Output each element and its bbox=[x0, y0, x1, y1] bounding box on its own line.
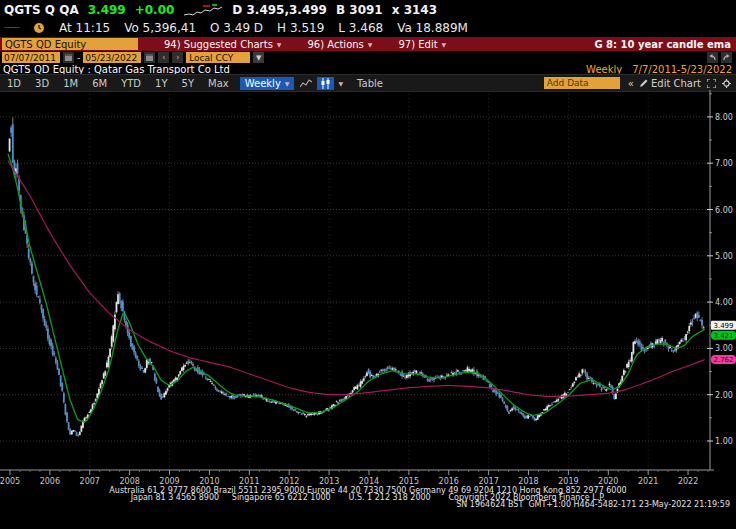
svg-text:2017: 2017 bbox=[478, 477, 498, 486]
open-price: O 3.49 D bbox=[210, 21, 263, 35]
bid-ask-quote: D 3.495,3.499 bbox=[232, 3, 327, 17]
expand-icon[interactable] bbox=[707, 79, 716, 88]
svg-text:2020: 2020 bbox=[598, 477, 618, 486]
undo-icon[interactable] bbox=[707, 52, 718, 63]
svg-text:2007: 2007 bbox=[80, 477, 100, 486]
calendar-icon[interactable] bbox=[144, 52, 155, 63]
pencil-icon bbox=[640, 79, 648, 87]
range-tab-5y[interactable]: 5Y bbox=[175, 78, 201, 89]
svg-text:3.499: 3.499 bbox=[713, 322, 733, 330]
ask-size: x 3143 bbox=[392, 3, 437, 17]
chart-template-name: G 8: 10 year candle ema bbox=[594, 39, 736, 50]
high-price: H 3.519 bbox=[277, 21, 324, 35]
svg-text:2009: 2009 bbox=[159, 477, 179, 486]
svg-text:2018: 2018 bbox=[518, 477, 538, 486]
delayed-clock-icon bbox=[33, 22, 45, 34]
svg-text:2010: 2010 bbox=[199, 477, 219, 486]
footer-session-info: SN 1964624 BST GMT+1:00 H464-5482-171 23… bbox=[0, 501, 736, 508]
svg-text:2012: 2012 bbox=[279, 477, 299, 486]
svg-text:2008: 2008 bbox=[119, 477, 139, 486]
range-tab-1y[interactable]: 1Y bbox=[148, 78, 174, 89]
price-chart[interactable]: 1.002.003.004.005.006.007.008.0020052006… bbox=[0, 90, 736, 487]
last-price: 3.499 bbox=[88, 3, 126, 17]
svg-text:5.00: 5.00 bbox=[715, 252, 733, 261]
y-axis-labels: 1.002.003.004.005.006.007.008.00 bbox=[707, 94, 733, 446]
svg-text:8.00: 8.00 bbox=[715, 113, 733, 122]
svg-text:7.00: 7.00 bbox=[715, 159, 733, 168]
chevron-down-icon: ▼ bbox=[442, 41, 447, 48]
menu-suggested-charts[interactable]: 94) Suggested Charts ▼ bbox=[164, 39, 281, 50]
edit-chart-button[interactable]: Edit Chart bbox=[640, 78, 701, 89]
svg-text:2014: 2014 bbox=[359, 477, 379, 486]
date-separator: - bbox=[77, 53, 80, 63]
calendar-icon[interactable] bbox=[63, 52, 74, 63]
step-back-button[interactable]: ‹ bbox=[158, 52, 169, 63]
low-price: L 3.468 bbox=[338, 21, 383, 35]
menu-edit[interactable]: 97) Edit ▼ bbox=[398, 39, 446, 50]
date-range-label: 7/7/2011-5/23/2022 bbox=[632, 64, 732, 75]
svg-text:2013: 2013 bbox=[319, 477, 339, 486]
svg-text:2022: 2022 bbox=[678, 477, 698, 486]
svg-text:3.421: 3.421 bbox=[713, 332, 733, 340]
bid-size: B 3091 bbox=[336, 3, 383, 17]
security-input[interactable] bbox=[2, 38, 138, 50]
svg-text:2021: 2021 bbox=[638, 477, 658, 486]
ema-long-line bbox=[8, 161, 705, 397]
range-tab-3d[interactable]: 3D bbox=[28, 78, 56, 89]
end-date-field[interactable] bbox=[83, 52, 141, 63]
table-view-button[interactable]: Table bbox=[357, 78, 383, 89]
svg-text:2.00: 2.00 bbox=[715, 391, 733, 400]
chevron-down-icon: ▼ bbox=[285, 80, 290, 87]
currency-dropdown-icon[interactable]: ▼ bbox=[253, 52, 264, 63]
ema-short-line bbox=[8, 154, 705, 422]
svg-text:6.00: 6.00 bbox=[715, 206, 733, 215]
chevron-down-icon: ▼ bbox=[277, 41, 282, 48]
security-title: QGTS QD Equity : Qatar Gas Transport Co … bbox=[3, 64, 230, 75]
range-tab-ytd[interactable]: YTD bbox=[114, 78, 148, 89]
collapse-panel-icon[interactable]: « bbox=[628, 78, 634, 89]
quote-line-2: ┄┄┄ At 11:15 Vo 5,396,41 O 3.49 D H 3.51… bbox=[0, 20, 736, 35]
ema-long-badge: 2.762 bbox=[711, 355, 736, 364]
x-axis-labels: 2005200620072008200920102011201220132014… bbox=[0, 470, 708, 486]
range-tab-6m[interactable]: 6M bbox=[85, 78, 114, 89]
svg-text:2016: 2016 bbox=[439, 477, 459, 486]
start-date-field[interactable] bbox=[2, 52, 60, 63]
ticker-symbol: QGTS Q QA bbox=[4, 3, 79, 17]
svg-text:2019: 2019 bbox=[558, 477, 578, 486]
candlestick-series bbox=[9, 117, 705, 436]
svg-text:2006: 2006 bbox=[40, 477, 60, 486]
chart-type-dropdown-icon[interactable]: ▼ bbox=[338, 80, 343, 87]
candle-chart-type-button[interactable] bbox=[317, 77, 334, 90]
svg-text:2005: 2005 bbox=[0, 477, 20, 486]
value-traded: Va 18.889M bbox=[397, 21, 468, 35]
svg-text:2015: 2015 bbox=[399, 477, 419, 486]
range-tab-1d[interactable]: 1D bbox=[0, 78, 28, 89]
add-data-input[interactable] bbox=[544, 77, 620, 89]
axes bbox=[0, 90, 714, 470]
line-chart-type-button[interactable] bbox=[297, 77, 314, 90]
range-tab-1m[interactable]: 1M bbox=[56, 78, 85, 89]
svg-text:3.00: 3.00 bbox=[715, 344, 733, 353]
price-change: +0.00 bbox=[135, 3, 175, 17]
currency-select[interactable]: Local CCY bbox=[186, 52, 250, 63]
settings-gear-icon[interactable] bbox=[722, 79, 731, 88]
menu-actions[interactable]: 96) Actions ▼ bbox=[307, 39, 372, 50]
svg-text:2.762: 2.762 bbox=[713, 356, 733, 364]
volume: Vo 5,396,41 bbox=[124, 21, 196, 35]
command-bar: 94) Suggested Charts ▼ 96) Actions ▼ 97)… bbox=[0, 37, 736, 51]
quote-time: At 11:15 bbox=[59, 21, 110, 35]
dots-decoration: ┄┄┄ bbox=[4, 22, 19, 33]
range-tab-max[interactable]: Max bbox=[201, 78, 236, 89]
frequency-dropdown[interactable]: Weekly ▼ bbox=[240, 77, 295, 90]
last-price-badge: 3.499 bbox=[711, 321, 736, 330]
svg-text:2011: 2011 bbox=[239, 477, 259, 486]
bloomberg-terminal: QGTS Q QA 3.499 +0.00 D 3.495,3.499 B 30… bbox=[0, 0, 736, 529]
redo-icon[interactable] bbox=[721, 52, 732, 63]
gridlines bbox=[0, 90, 710, 470]
frequency-label: Weekly bbox=[586, 64, 622, 75]
sparkline-icon bbox=[183, 4, 223, 17]
quote-line-1: QGTS Q QA 3.499 +0.00 D 3.495,3.499 B 30… bbox=[0, 2, 736, 18]
svg-text:4.00: 4.00 bbox=[715, 298, 733, 307]
step-forward-button[interactable]: › bbox=[172, 52, 183, 63]
ema-short-badge: 3.421 bbox=[711, 331, 736, 340]
